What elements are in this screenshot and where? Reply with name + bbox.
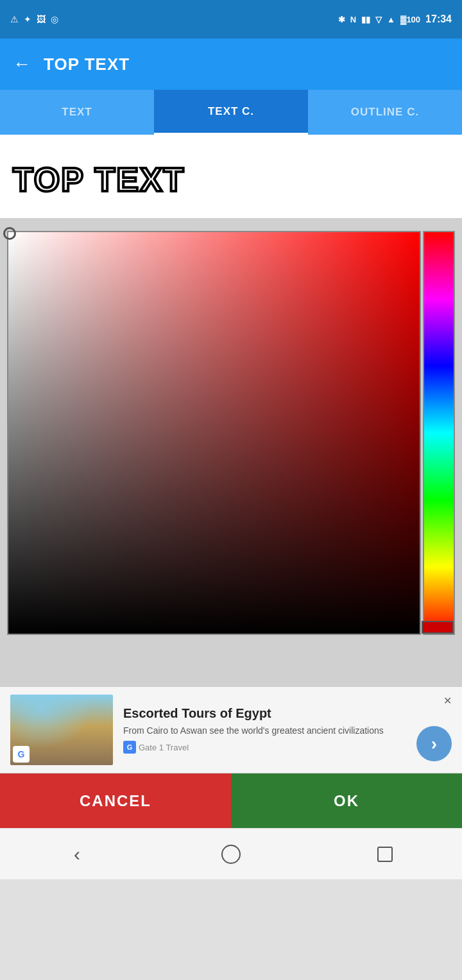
ok-button[interactable]: OK [231, 773, 462, 828]
color-picker-container[interactable] [7, 231, 455, 635]
top-app-bar: ← TOP TEXT [0, 38, 462, 90]
status-left-icons: ⚠ ✦ 🖼 ◎ [10, 14, 58, 24]
nav-recents-icon [377, 847, 393, 862]
tab-text[interactable]: TEXT [0, 90, 154, 135]
nav-home-button[interactable] [212, 835, 250, 874]
bluetooth-icon: ✱ [338, 15, 345, 24]
page-title: TOP TEXT [44, 55, 130, 74]
ad-source-badge: G [123, 741, 136, 754]
color-picker-area[interactable] [0, 218, 462, 648]
time-display: 17:34 [425, 13, 452, 25]
ad-title: Escorted Tours of Egypt [123, 706, 406, 721]
bottom-buttons: CANCEL OK [0, 773, 462, 828]
status-right-icons: ✱ N ▮▮ ▽ ▲ ▓100 17:34 [338, 13, 452, 25]
tab-text-color[interactable]: TEXT C. [154, 90, 308, 135]
preview-area: TOP TEXT [0, 135, 462, 218]
ad-banner: G Escorted Tours of Egypt From Cairo to … [0, 686, 462, 773]
ad-arrow-button[interactable]: › [416, 726, 452, 761]
ad-description: From Cairo to Aswan see the world's grea… [123, 725, 406, 738]
hue-indicator [422, 621, 454, 634]
nfc-icon: N [350, 15, 356, 24]
preview-text: TOP TEXT [13, 160, 185, 199]
ad-arrow-icon: › [431, 734, 437, 754]
back-button[interactable]: ← [13, 54, 31, 74]
tab-outline-color[interactable]: OUTLINE C. [308, 90, 462, 135]
ad-source: G Gate 1 Travel [123, 741, 406, 754]
ad-image: G [10, 695, 113, 765]
spacer [0, 648, 462, 686]
circle-icon: ◎ [51, 14, 58, 24]
ad-g-badge: G [13, 746, 30, 763]
image-icon: 🖼 [37, 14, 46, 24]
battery-icon: ▓100 [400, 15, 420, 24]
warning-icon: ⚠ [10, 14, 19, 24]
nav-bar: ‹ [0, 828, 462, 879]
cancel-button[interactable]: CANCEL [0, 773, 231, 828]
nav-back-icon: ‹ [74, 843, 80, 865]
nav-home-icon [221, 845, 241, 864]
ad-close-button[interactable]: ✕ [443, 695, 452, 707]
hue-slider[interactable] [423, 231, 455, 635]
ad-source-label: Gate 1 Travel [139, 743, 189, 752]
nav-recents-button[interactable] [366, 835, 404, 874]
ad-actions: ✕ › [416, 695, 452, 761]
wifi-icon: ▽ [375, 15, 382, 24]
color-cursor [3, 227, 16, 240]
sync-icon: ✦ [24, 14, 31, 24]
vibrate-icon: ▮▮ [361, 15, 370, 24]
ad-text-area: Escorted Tours of Egypt From Cairo to As… [123, 706, 406, 754]
signal-icon: ▲ [387, 15, 395, 24]
nav-back-button[interactable]: ‹ [58, 835, 96, 874]
tab-bar: TEXT TEXT C. OUTLINE C. [0, 90, 462, 135]
status-bar: ⚠ ✦ 🖼 ◎ ✱ N ▮▮ ▽ ▲ ▓100 17:34 [0, 0, 462, 38]
saturation-brightness-picker[interactable] [7, 231, 421, 635]
